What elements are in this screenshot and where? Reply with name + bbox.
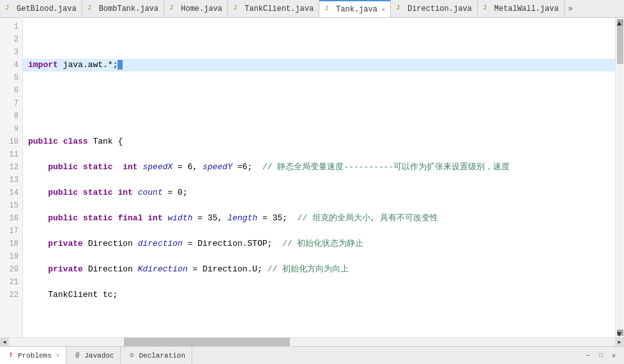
- tab-label: Home.java: [181, 4, 222, 13]
- line-numbers: 1 2 3 4 5 6 7 8 9 10 11 12 13 14 15 16 1…: [0, 18, 23, 337]
- code-line-9: private Direction direction = Direction.…: [28, 238, 610, 250]
- code-line-7: public static int count = 0;: [28, 186, 610, 199]
- minimize-view-button[interactable]: —: [583, 351, 593, 361]
- tab-metalwall[interactable]: J MetalWall.java: [478, 0, 565, 17]
- problems-close[interactable]: ✕: [56, 352, 59, 359]
- code-editor[interactable]: import java.awt.*;| public class Tank { …: [23, 18, 615, 337]
- javadoc-tab[interactable]: @ Javadoc: [66, 347, 121, 364]
- java-icon: J: [396, 4, 405, 13]
- close-view-button[interactable]: ✕: [609, 351, 619, 361]
- tab-direction[interactable]: J Direction.java: [391, 0, 478, 17]
- tab-label: BombTank.java: [99, 4, 159, 13]
- scroll-down-button[interactable]: ▼: [617, 330, 623, 336]
- code-area: 1 2 3 4 5 6 7 8 9 10 11 12 13 14 15 16 1…: [0, 18, 624, 337]
- tab-overflow-button[interactable]: »: [565, 4, 577, 13]
- tab-label: GetBlood.java: [17, 4, 77, 13]
- tab-label: Direction.java: [407, 4, 472, 13]
- code-line-6: public static int speedX = 6, speedY =6;…: [28, 161, 610, 174]
- code-line-11: TankClient tc;: [28, 289, 610, 301]
- scroll-thumb[interactable]: [617, 26, 623, 64]
- tab-label: MetalWall.java: [494, 4, 559, 13]
- tab-close-button[interactable]: ✕: [381, 6, 385, 13]
- declaration-tab[interactable]: D Declaration: [121, 347, 192, 364]
- import-keyword: import: [28, 60, 58, 70]
- tab-home[interactable]: J Home.java: [164, 0, 228, 17]
- declaration-icon: D: [127, 351, 136, 360]
- code-line-10: private Direction Kdirection = Direction…: [28, 263, 610, 276]
- javadoc-icon: @: [73, 351, 82, 360]
- scroll-track[interactable]: [617, 26, 623, 330]
- status-right-controls: — □ ✕: [583, 351, 624, 361]
- java-icon: J: [483, 4, 492, 13]
- java-icon: J: [5, 4, 14, 13]
- hscroll-right-button[interactable]: ▶: [615, 338, 624, 347]
- problems-tab[interactable]: ! Problems ✕: [0, 347, 66, 364]
- problems-label: Problems: [18, 352, 52, 360]
- tab-label: Tank.java: [336, 5, 377, 14]
- tab-getblood[interactable]: J GetBlood.java: [0, 0, 82, 17]
- declaration-label: Declaration: [139, 352, 185, 360]
- tab-tankclient[interactable]: J TankClient.java: [228, 0, 319, 17]
- horizontal-scrollbar[interactable]: ◀ ▶: [0, 337, 624, 346]
- java-icon: J: [233, 4, 242, 13]
- tab-label: TankClient.java: [245, 4, 314, 13]
- java-icon: J: [88, 4, 96, 13]
- maximize-view-button[interactable]: □: [596, 351, 606, 361]
- java-icon: J: [169, 4, 178, 13]
- hscroll-left-button[interactable]: ◀: [0, 338, 9, 347]
- tab-bombtank[interactable]: J BombTank.java: [82, 0, 165, 17]
- code-line-8: public static final int width = 35, leng…: [28, 212, 610, 225]
- tab-bar: J GetBlood.java J BombTank.java J Home.j…: [0, 0, 624, 18]
- problems-icon: !: [6, 351, 15, 360]
- tab-tank[interactable]: J Tank.java ✕: [319, 0, 391, 17]
- minimap[interactable]: ▲ ▼: [615, 18, 624, 337]
- javadoc-label: Javadoc: [84, 352, 114, 360]
- hscroll-track[interactable]: [9, 338, 615, 346]
- status-bar: ! Problems ✕ @ Javadoc D Declaration — □…: [0, 346, 624, 364]
- hscroll-thumb[interactable]: [124, 338, 290, 346]
- scroll-up-button[interactable]: ▲: [617, 19, 623, 26]
- java-icon: J: [324, 5, 333, 14]
- code-line-5: public class Tank {: [28, 135, 610, 148]
